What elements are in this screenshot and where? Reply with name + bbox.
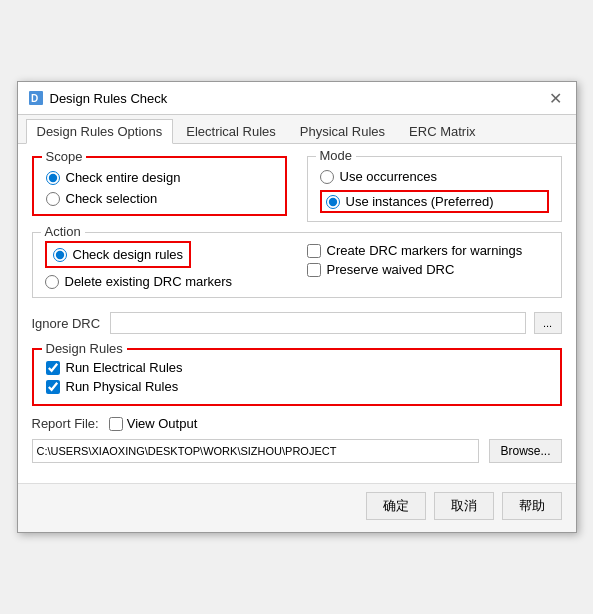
tab-electrical-rules[interactable]: Electrical Rules <box>175 119 287 143</box>
window-title: Design Rules Check <box>50 91 168 106</box>
svg-text:D: D <box>31 93 38 104</box>
mode-instances[interactable]: Use instances (Preferred) <box>320 190 549 213</box>
action-section: Action Check design rules Delete existin… <box>32 232 562 298</box>
scope-col: Scope Check entire design Check selectio… <box>32 156 287 232</box>
scope-selection-label: Check selection <box>66 191 158 206</box>
mode-instances-radio[interactable] <box>326 195 340 209</box>
ignore-drc-label: Ignore DRC <box>32 316 102 331</box>
action-check-label: Check design rules <box>73 247 184 262</box>
action-left-col: Check design rules Delete existing DRC m… <box>45 241 287 289</box>
scope-entire-label: Check entire design <box>66 170 181 185</box>
ignore-drc-input[interactable] <box>110 312 526 334</box>
mode-section: Mode Use occurrences Use instances (Pref… <box>307 156 562 222</box>
mode-occurrences[interactable]: Use occurrences <box>320 169 549 184</box>
scope-entire-radio[interactable] <box>46 171 60 185</box>
mode-occurrences-radio[interactable] <box>320 170 334 184</box>
action-create-markers-check[interactable] <box>307 244 321 258</box>
title-bar-left: D Design Rules Check <box>28 90 168 106</box>
mode-label: Mode <box>316 148 357 163</box>
action-preserve-label: Preserve waived DRC <box>327 262 455 277</box>
run-electrical-label: Run Electrical Rules <box>66 360 183 375</box>
tab-physical-rules[interactable]: Physical Rules <box>289 119 396 143</box>
browse-button[interactable]: Browse... <box>489 439 561 463</box>
tab-design-rules-options[interactable]: Design Rules Options <box>26 119 174 144</box>
help-button[interactable]: 帮助 <box>502 492 562 520</box>
action-check-radio[interactable] <box>53 248 67 262</box>
run-physical-label: Run Physical Rules <box>66 379 179 394</box>
mode-col: Mode Use occurrences Use instances (Pref… <box>307 156 562 232</box>
mode-instances-label: Use instances (Preferred) <box>346 194 494 209</box>
scope-selection[interactable]: Check selection <box>46 191 273 206</box>
scope-selection-radio[interactable] <box>46 192 60 206</box>
run-physical-rules[interactable]: Run Physical Rules <box>46 377 548 396</box>
action-right-col: Create DRC markers for warnings Preserve… <box>307 241 549 289</box>
action-preserve-waived[interactable]: Preserve waived DRC <box>307 260 549 279</box>
scope-entire-design[interactable]: Check entire design <box>46 170 273 185</box>
action-check-rules[interactable]: Check design rules <box>53 247 184 262</box>
tab-erc-matrix[interactable]: ERC Matrix <box>398 119 486 143</box>
mode-radio-group: Use occurrences Use instances (Preferred… <box>320 165 549 213</box>
design-rules-section: Design Rules Run Electrical Rules Run Ph… <box>32 348 562 406</box>
action-create-markers[interactable]: Create DRC markers for warnings <box>307 241 549 260</box>
footer: 确定 取消 帮助 <box>18 483 576 532</box>
view-output-checkbox[interactable] <box>109 417 123 431</box>
report-path-input[interactable] <box>32 439 480 463</box>
tab-content: Scope Check entire design Check selectio… <box>18 144 576 483</box>
action-preserve-check[interactable] <box>307 263 321 277</box>
title-bar: D Design Rules Check ✕ <box>18 82 576 115</box>
report-path-row: Browse... <box>32 439 562 463</box>
action-delete-markers[interactable]: Delete existing DRC markers <box>45 274 287 289</box>
app-icon: D <box>28 90 44 106</box>
run-electrical-checkbox[interactable] <box>46 361 60 375</box>
run-physical-checkbox[interactable] <box>46 380 60 394</box>
tab-bar: Design Rules Options Electrical Rules Ph… <box>18 115 576 144</box>
ignore-drc-browse-button[interactable]: ... <box>534 312 562 334</box>
scope-label: Scope <box>42 149 87 164</box>
scope-mode-row: Scope Check entire design Check selectio… <box>32 156 562 232</box>
report-row: Report File: View Output <box>32 416 562 431</box>
action-label: Action <box>41 224 85 239</box>
main-window: D Design Rules Check ✕ Design Rules Opti… <box>17 81 577 533</box>
action-create-markers-label: Create DRC markers for warnings <box>327 243 523 258</box>
close-button[interactable]: ✕ <box>546 88 566 108</box>
action-delete-radio[interactable] <box>45 275 59 289</box>
scope-section: Scope Check entire design Check selectio… <box>32 156 287 216</box>
confirm-button[interactable]: 确定 <box>366 492 426 520</box>
ignore-drc-row: Ignore DRC ... <box>32 308 562 338</box>
report-section: Report File: View Output Browse... <box>32 416 562 463</box>
run-electrical-rules[interactable]: Run Electrical Rules <box>46 358 548 377</box>
action-delete-label: Delete existing DRC markers <box>65 274 233 289</box>
design-rules-heading: Design Rules <box>42 341 127 356</box>
cancel-button[interactable]: 取消 <box>434 492 494 520</box>
view-output-text: View Output <box>127 416 198 431</box>
mode-occurrences-label: Use occurrences <box>340 169 438 184</box>
view-output-label[interactable]: View Output <box>109 416 198 431</box>
action-row: Check design rules Delete existing DRC m… <box>45 241 549 289</box>
report-file-label: Report File: <box>32 416 99 431</box>
scope-radio-group: Check entire design Check selection <box>46 166 273 206</box>
